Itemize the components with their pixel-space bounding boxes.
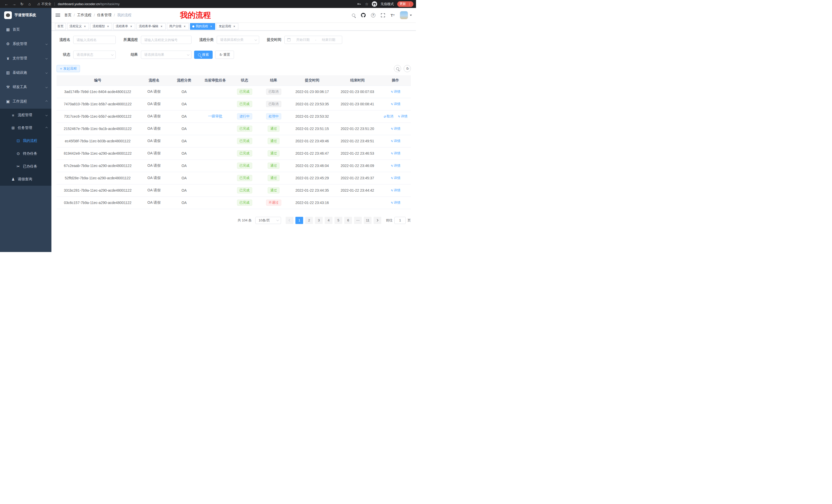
bookmark-star-icon[interactable]	[365, 2, 368, 6]
detail-button[interactable]: 详情	[390, 102, 400, 106]
process-name-input[interactable]	[73, 36, 116, 44]
tab-process-form[interactable]: 流程表单	[113, 23, 135, 30]
close-icon[interactable]	[160, 25, 163, 28]
detail-button[interactable]: 详情	[390, 89, 400, 94]
detail-button[interactable]: 详情	[390, 151, 400, 156]
tab-process-model[interactable]: 流程模型	[90, 23, 112, 30]
status-badge: 已完成	[237, 175, 252, 181]
cancel-button[interactable]: 取消	[383, 114, 393, 119]
help-icon[interactable]	[370, 12, 375, 18]
browser-update-button[interactable]: 更新	[397, 1, 413, 7]
close-icon[interactable]	[232, 25, 236, 28]
hamburger-icon[interactable]	[55, 13, 60, 17]
tab-label: 流程表单	[116, 24, 128, 29]
page-button[interactable]: 6	[344, 217, 352, 224]
tab-label: 流程模型	[93, 24, 105, 29]
page-button[interactable]: 5	[335, 217, 342, 224]
avatar[interactable]	[400, 11, 408, 19]
sidebar-item-process-mgmt[interactable]: 流程管理	[0, 109, 51, 121]
detail-button[interactable]: 详情	[390, 200, 400, 205]
cell-id: 52ffd28e-7b9a-11ec-a290-acde48001122	[57, 172, 139, 184]
security-chip[interactable]: 不安全	[37, 2, 51, 6]
close-icon[interactable]	[83, 25, 87, 28]
cell-name: OA 请假	[139, 172, 169, 184]
page-button[interactable]: 1	[295, 217, 303, 224]
close-icon[interactable]	[183, 25, 186, 28]
next-page-button[interactable]	[373, 217, 381, 224]
close-icon[interactable]	[106, 25, 110, 28]
app-logo[interactable]: 芋道管理系统	[0, 8, 51, 22]
search-icon[interactable]	[351, 12, 356, 18]
sidebar-item-system[interactable]: 系统管理	[0, 37, 51, 51]
prev-page-button[interactable]	[286, 217, 293, 224]
cell-category: OA	[169, 98, 199, 110]
tab-user-group[interactable]: 用户分组	[167, 23, 189, 30]
sidebar-item-my-process[interactable]: 我的流程	[0, 134, 51, 147]
refresh-table-button[interactable]	[404, 65, 411, 72]
breadcrumb-task-mgmt[interactable]: 任务管理	[97, 13, 111, 18]
result-select[interactable]: 请选择流结果	[141, 51, 191, 59]
process-category-select[interactable]: 请选择流程分类	[217, 36, 259, 44]
browser-reload-icon[interactable]	[18, 2, 26, 6]
page-button[interactable]: 11	[364, 217, 371, 224]
breadcrumb-workflow[interactable]: 工作流程	[77, 13, 92, 18]
sidebar-item-workflow[interactable]: 工作流程	[0, 94, 51, 109]
close-icon[interactable]	[209, 25, 213, 28]
result-badge: 不通过	[266, 200, 281, 206]
breadcrumb-home[interactable]: 首页	[64, 13, 72, 18]
detail-button[interactable]: 详情	[397, 114, 408, 119]
status-badge: 已完成	[237, 138, 252, 144]
search-button[interactable]: 搜索	[194, 51, 213, 59]
edit-icon	[390, 102, 393, 106]
reset-button[interactable]: 重置	[215, 51, 234, 59]
sidebar-item-task-mgmt[interactable]: 任务管理	[0, 121, 51, 134]
result-badge: 通过	[268, 138, 280, 144]
tab-process-definition[interactable]: 流程定义	[67, 23, 89, 30]
browser-forward-icon[interactable]	[10, 2, 18, 6]
more-pages-button[interactable]: ⋯	[354, 217, 362, 224]
col-id: 编号	[57, 75, 139, 86]
chip-divider	[54, 2, 55, 6]
close-icon[interactable]	[129, 25, 133, 28]
user-menu[interactable]	[400, 11, 412, 19]
address-bar[interactable]: dashboard.yudao.iocoder.cn/bpm/task/my	[58, 2, 120, 6]
sidebar-item-done-tasks[interactable]: 已办任务	[0, 160, 51, 173]
sidebar-item-payment[interactable]: 支付管理	[0, 51, 51, 65]
sidebar-item-todo-tasks[interactable]: 待办任务	[0, 147, 51, 160]
page-size-select[interactable]: 10条/页	[255, 217, 281, 224]
github-icon[interactable]	[361, 12, 366, 18]
sidebar-item-label: 已办任务	[23, 164, 37, 169]
edit-icon	[390, 127, 393, 131]
sidebar-item-devtools[interactable]: 研发工具	[0, 80, 51, 94]
process-def-input[interactable]	[141, 36, 191, 44]
page-button[interactable]: 2	[305, 217, 313, 224]
tab-home[interactable]: 首页	[55, 23, 66, 30]
current-task-link[interactable]: 一级审批	[208, 114, 223, 119]
detail-button[interactable]: 详情	[390, 188, 400, 193]
page-button[interactable]: 3	[315, 217, 323, 224]
cell-submit-time: 2022-01-22 23:46:47	[289, 147, 335, 160]
page-button[interactable]: 4	[325, 217, 333, 224]
detail-button[interactable]: 详情	[390, 163, 400, 168]
tab-my-process[interactable]: 我的流程	[190, 23, 215, 30]
detail-button[interactable]: 详情	[390, 139, 400, 143]
status-select[interactable]: 请选择状态	[73, 51, 116, 59]
password-key-icon[interactable]	[357, 2, 362, 7]
goto-page-input[interactable]	[394, 217, 406, 224]
toggle-search-button[interactable]	[394, 65, 401, 72]
result-label: 结果	[118, 52, 141, 57]
sidebar-item-home[interactable]: 首页	[0, 22, 51, 37]
browser-home-icon[interactable]	[26, 2, 33, 6]
sidebar-item-leave-query[interactable]: 请假查询	[0, 173, 51, 186]
list-icon	[10, 113, 16, 117]
detail-button[interactable]: 详情	[390, 127, 400, 131]
fullscreen-icon[interactable]	[380, 12, 385, 18]
font-size-icon[interactable]	[390, 12, 395, 18]
start-process-button[interactable]: 发起流程	[57, 65, 80, 72]
sidebar-item-infrastructure[interactable]: 基础设施	[0, 65, 51, 80]
detail-button[interactable]: 详情	[390, 176, 400, 180]
tab-process-form-edit[interactable]: 流程表单-编辑	[136, 23, 165, 30]
tab-start-process[interactable]: 发起流程	[216, 23, 238, 30]
submit-time-range-picker[interactable]: 开始日期 - 结束日期	[284, 36, 342, 44]
browser-back-icon[interactable]	[3, 2, 10, 6]
